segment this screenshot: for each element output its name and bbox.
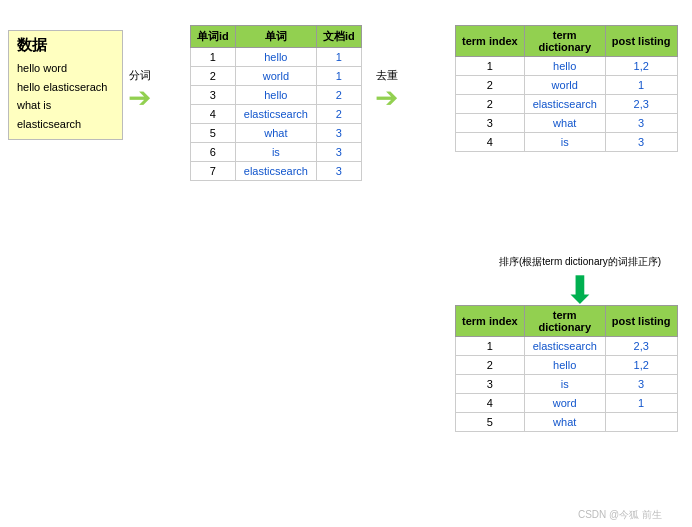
right-bottom-table-section: term index termdictionary post listing 1… [455,305,678,432]
table-row: 2elasticsearch2,3 [456,95,678,114]
arrow2-label: 去重 [376,68,398,83]
right-top-table: term index termdictionary post listing 1… [455,25,678,152]
arrow-down-area: 排序(根据term dictionary的词排正序) ⬇ [490,255,670,309]
arrow1-icon: ➔ [128,84,151,112]
table-row: 1hello1 [191,48,362,67]
table-row: 7elasticsearch3 [191,162,362,181]
middle-table-section: 单词id 单词 文档id 1hello12world13hello24elast… [190,25,362,181]
right-bottom-table: term index termdictionary post listing 1… [455,305,678,432]
rt-col-term-index: term index [456,26,525,57]
data-box-title: 数据 [17,36,114,55]
rb-col-term-dict: termdictionary [524,306,605,337]
table-row: 2hello1,2 [456,356,678,375]
table-row: 1elasticsearch2,3 [456,337,678,356]
arrow2-area: 去重 ➔ [375,68,398,112]
data-line-2: hello elasticserach [17,78,114,97]
middle-table: 单词id 单词 文档id 1hello12world13hello24elast… [190,25,362,181]
rb-col-post-listing: post listing [605,306,677,337]
data-box-container: 数据 hello word hello elasticserach what i… [8,30,123,140]
table-row: 4word1 [456,394,678,413]
table-row: 5what [456,413,678,432]
arrow1-area: 分词 ➔ [128,68,151,112]
table-row: 6is3 [191,143,362,162]
arrow1-label: 分词 [129,68,151,83]
table-row: 4is3 [456,133,678,152]
watermark: CSDN @今狐 前生 [578,508,662,522]
col-word-id: 单词id [191,26,236,48]
table-row: 1hello1,2 [456,57,678,76]
arrow2-icon: ➔ [375,84,398,112]
table-row: 2world1 [456,76,678,95]
data-line-3: what is elasticsearch [17,96,114,133]
right-top-table-section: term index termdictionary post listing 1… [455,25,678,152]
rt-col-term-dict: termdictionary [524,26,605,57]
col-word: 单词 [235,26,316,48]
data-line-1: hello word [17,59,114,78]
table-row: 3what3 [456,114,678,133]
arrow-down-icon: ⬇ [564,271,596,309]
table-row: 3is3 [456,375,678,394]
table-row: 5what3 [191,124,362,143]
rt-col-post-listing: post listing [605,26,677,57]
table-row: 3hello2 [191,86,362,105]
table-row: 4elasticsearch2 [191,105,362,124]
arrow-down-label: 排序(根据term dictionary的词排正序) [499,255,661,269]
rb-col-term-index: term index [456,306,525,337]
data-box: 数据 hello word hello elasticserach what i… [8,30,123,140]
table-row: 2world1 [191,67,362,86]
col-doc-id: 文档id [316,26,361,48]
